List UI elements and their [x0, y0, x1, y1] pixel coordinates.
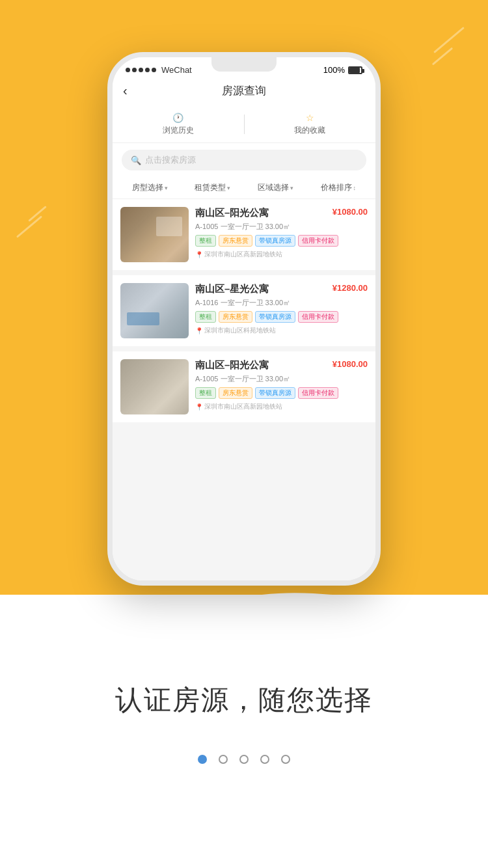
clock-icon: 🕐 — [172, 113, 183, 123]
star-icon: ☆ — [306, 113, 314, 123]
location-icon-2: 📍 — [195, 327, 203, 334]
filter-room-label: 房型选择 — [132, 182, 163, 193]
listing-location-3: 📍 深圳市南山区高新园地铁站 — [195, 402, 368, 411]
listing-info-3: 南山区–阳光公寓 ¥1080.00 A-1005 一室一厅一卫 33.00㎡ 整… — [195, 359, 368, 411]
dot-3[interactable] — [239, 755, 249, 764]
signal-dot-4 — [145, 68, 150, 72]
listing-header-1: 南山区–阳光公寓 ¥1080.00 — [195, 207, 368, 222]
listing-location-1: 📍 深圳市南山区高新园地铁站 — [195, 250, 368, 259]
listing-location-2: 📍 深圳市南山区科苑地铁站 — [195, 326, 368, 335]
listing-header-3: 南山区–阳光公寓 ¥1080.00 — [195, 359, 368, 374]
signal-dot-5 — [152, 68, 156, 72]
deco-line-2 — [432, 47, 454, 65]
filter-price-label: 价格排序 — [321, 182, 352, 193]
search-placeholder: 点击搜索房源 — [145, 154, 196, 166]
listing-location-text-2: 深圳市南山区科苑地铁站 — [204, 326, 276, 335]
listing-tags-3: 整租 房东悬赏 带锁真房源 信用卡付款 — [195, 387, 368, 399]
filter-area-arrow: ▾ — [290, 185, 293, 191]
tab-favorites-label: 我的收藏 — [294, 125, 325, 136]
pagination-dots — [0, 755, 488, 764]
tag-landlord-reward-1: 房东悬赏 — [219, 235, 252, 247]
listing-title-1: 南山区–阳光公寓 — [195, 207, 269, 219]
listing-image-3 — [120, 359, 189, 414]
search-icon: 🔍 — [131, 156, 141, 165]
signal-dot-2 — [132, 68, 137, 72]
listing-tags-2: 整租 房东悬赏 带锁真房源 信用卡付款 — [195, 311, 368, 323]
tag-verified-3: 带锁真房源 — [255, 387, 295, 399]
tag-credit-1: 信用卡付款 — [298, 235, 338, 247]
listing-info-2: 南山区–星光公寓 ¥1280.00 A-1016 一室一厅一卫 33.00㎡ 整… — [195, 283, 368, 335]
listing-title-2: 南山区–星光公寓 — [195, 283, 269, 295]
page-title: 房源查询 — [222, 83, 266, 98]
bottom-tagline: 认证房源，随您选择 — [0, 682, 488, 718]
listing-image-1 — [120, 207, 189, 262]
battery-fill — [349, 68, 360, 73]
tab-browse-label: 浏览历史 — [163, 125, 194, 136]
listing-list: 南山区–阳光公寓 ¥1080.00 A-1005 一室一厅一卫 33.00㎡ 整… — [113, 199, 375, 427]
filter-bar: 房型选择 ▾ 租赁类型 ▾ 区域选择 ▾ 价格排序 ↕ — [113, 177, 375, 199]
listing-info-1: 南山区–阳光公寓 ¥1080.00 A-1005 一室一厅一卫 33.00㎡ 整… — [195, 207, 368, 259]
location-icon-1: 📍 — [195, 251, 203, 258]
tag-landlord-reward-3: 房东悬赏 — [219, 387, 252, 399]
phone-mockup: WeChat 100% ‹ 房源查询 🕐 浏览历史 ☆ 我的收藏 — [107, 52, 381, 586]
listing-subtitle-1: A-1005 一室一厅一卫 33.00㎡ — [195, 222, 368, 232]
deco-line-4 — [28, 206, 47, 222]
signal-dots — [126, 68, 156, 72]
filter-room-type[interactable]: 房型选择 ▾ — [119, 182, 181, 193]
phone-notch — [211, 57, 277, 72]
filter-rental-arrow: ▾ — [227, 185, 230, 191]
filter-price-sort[interactable]: 价格排序 ↕ — [308, 182, 370, 193]
tag-credit-3: 信用卡付款 — [298, 387, 338, 399]
tag-landlord-reward-2: 房东悬赏 — [219, 311, 252, 323]
search-area: 🔍 点击搜索房源 — [113, 143, 375, 177]
filter-area-label: 区域选择 — [258, 182, 289, 193]
deco-line-3 — [16, 215, 42, 237]
tag-credit-2: 信用卡付款 — [298, 311, 338, 323]
location-icon-3: 📍 — [195, 403, 203, 411]
battery-percent: 100% — [323, 65, 345, 75]
tag-verified-2: 带锁真房源 — [255, 311, 295, 323]
status-left: WeChat — [126, 65, 192, 75]
listing-card-2[interactable]: 南山区–星光公寓 ¥1280.00 A-1016 一室一厅一卫 33.00㎡ 整… — [113, 275, 375, 346]
dot-5[interactable] — [281, 755, 290, 764]
signal-dot-3 — [139, 68, 143, 72]
tab-bar: 🕐 浏览历史 ☆ 我的收藏 — [113, 106, 375, 143]
filter-rental-type[interactable]: 租赁类型 ▾ — [182, 182, 244, 193]
battery-icon — [348, 66, 362, 74]
filter-rental-label: 租赁类型 — [195, 182, 226, 193]
listing-subtitle-3: A-1005 一室一厅一卫 33.00㎡ — [195, 374, 368, 384]
signal-dot-1 — [126, 68, 130, 72]
tag-whole-rent-3: 整租 — [195, 387, 216, 399]
app-name: WeChat — [161, 65, 192, 75]
search-box[interactable]: 🔍 点击搜索房源 — [122, 150, 366, 170]
tag-whole-rent-2: 整租 — [195, 311, 216, 323]
listing-tags-1: 整租 房东悬赏 带锁真房源 信用卡付款 — [195, 235, 368, 247]
dot-4[interactable] — [260, 755, 269, 764]
listing-subtitle-2: A-1016 一室一厅一卫 33.00㎡ — [195, 298, 368, 308]
listing-location-text-1: 深圳市南山区高新园地铁站 — [204, 250, 282, 259]
listing-price-3: ¥1080.00 — [332, 359, 368, 369]
tab-browse-history[interactable]: 🕐 浏览历史 — [113, 113, 244, 136]
dot-2[interactable] — [219, 755, 228, 764]
listing-price-2: ¥1280.00 — [332, 283, 368, 293]
listing-title-3: 南山区–阳光公寓 — [195, 359, 269, 372]
tab-favorites[interactable]: ☆ 我的收藏 — [245, 113, 376, 136]
filter-room-arrow: ▾ — [165, 185, 168, 191]
status-right: 100% — [323, 65, 362, 75]
filter-area[interactable]: 区域选择 ▾ — [245, 182, 306, 193]
tag-verified-1: 带锁真房源 — [255, 235, 295, 247]
listing-image-2 — [120, 283, 189, 338]
deco-line-1 — [433, 27, 465, 53]
listing-header-2: 南山区–星光公寓 ¥1280.00 — [195, 283, 368, 298]
phone-screen: WeChat 100% ‹ 房源查询 🕐 浏览历史 ☆ 我的收藏 — [113, 57, 375, 580]
listing-card-3[interactable]: 南山区–阳光公寓 ¥1080.00 A-1005 一室一厅一卫 33.00㎡ 整… — [113, 351, 375, 422]
navigation-bar: ‹ 房源查询 — [113, 78, 375, 106]
filter-price-arrow: ↕ — [353, 185, 357, 191]
back-button[interactable]: ‹ — [123, 83, 128, 98]
listing-location-text-3: 深圳市南山区高新园地铁站 — [204, 402, 282, 411]
dot-1[interactable] — [198, 755, 207, 764]
listing-card-1[interactable]: 南山区–阳光公寓 ¥1080.00 A-1005 一室一厅一卫 33.00㎡ 整… — [113, 199, 375, 270]
listing-price-1: ¥1080.00 — [332, 207, 368, 217]
tag-whole-rent-1: 整租 — [195, 235, 216, 247]
